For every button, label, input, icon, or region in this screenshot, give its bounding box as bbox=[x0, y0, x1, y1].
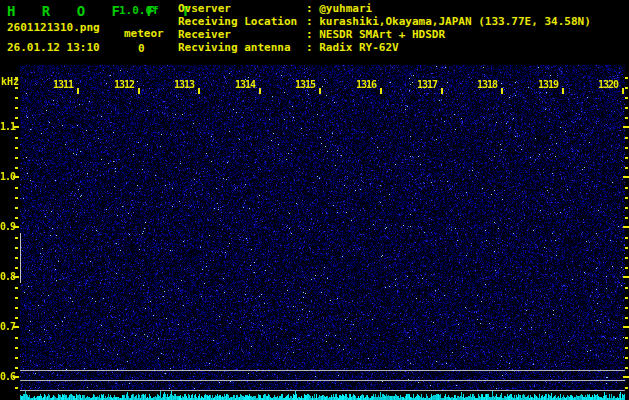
y-tick-label: 0.7 bbox=[0, 321, 14, 332]
y-minor-tick-left bbox=[15, 117, 18, 119]
y-minor-tick-left bbox=[15, 77, 18, 79]
y-minor-tick-left bbox=[15, 97, 18, 99]
y-minor-tick-right bbox=[625, 187, 628, 189]
x-tick-mark bbox=[501, 88, 503, 94]
y-minor-tick-left bbox=[15, 157, 18, 159]
y-minor-tick-right bbox=[625, 297, 628, 299]
y-minor-tick-left bbox=[15, 137, 18, 139]
y-minor-tick-right bbox=[625, 257, 628, 259]
y-minor-tick-right bbox=[625, 267, 628, 269]
y-minor-tick-right bbox=[625, 147, 628, 149]
y-major-tick-right bbox=[623, 326, 629, 328]
info-value: : Radix RY-62V bbox=[306, 41, 399, 54]
info-label: Ovserver bbox=[178, 2, 306, 15]
y-minor-tick-left bbox=[15, 257, 18, 259]
observer-info-row: Ovserver: @yuhmari bbox=[178, 2, 591, 15]
y-minor-tick-left bbox=[15, 187, 18, 189]
y-major-tick-right bbox=[623, 176, 629, 178]
y-major-tick-left bbox=[13, 126, 19, 128]
info-label: Receiver bbox=[178, 28, 306, 41]
y-major-tick-left bbox=[13, 226, 19, 228]
y-minor-tick-left bbox=[15, 267, 18, 269]
y-major-tick-left bbox=[13, 176, 19, 178]
y-minor-tick-right bbox=[625, 207, 628, 209]
y-minor-tick-right bbox=[625, 237, 628, 239]
y-minor-tick-right bbox=[625, 347, 628, 349]
reference-line-2 bbox=[20, 380, 625, 381]
x-tick-mark bbox=[198, 88, 200, 94]
observer-info-block: Ovserver: @yuhmariReceiving Location: ku… bbox=[178, 2, 591, 54]
observer-info-row: Receiving Location: kurashiki,Okayama,JA… bbox=[178, 15, 591, 28]
y-minor-tick-left bbox=[15, 167, 18, 169]
y-minor-tick-left bbox=[15, 367, 18, 369]
y-major-tick-right bbox=[623, 126, 629, 128]
x-tick-label: 1312 bbox=[114, 79, 134, 90]
y-minor-tick-left bbox=[15, 337, 18, 339]
info-label: Receiving Location bbox=[178, 15, 306, 28]
y-minor-tick-right bbox=[625, 87, 628, 89]
y-major-tick-left bbox=[13, 276, 19, 278]
spectrogram-canvas bbox=[20, 65, 625, 400]
x-tick-label: 1318 bbox=[477, 79, 497, 90]
info-label: Recviving antenna bbox=[178, 41, 306, 54]
y-minor-tick-right bbox=[625, 247, 628, 249]
x-tick-mark bbox=[77, 88, 79, 94]
y-minor-tick-right bbox=[625, 337, 628, 339]
y-minor-tick-right bbox=[625, 287, 628, 289]
y-tick-label: 0.6 bbox=[0, 371, 14, 382]
y-minor-tick-right bbox=[625, 107, 628, 109]
y-tick-label: 1.1 bbox=[0, 121, 14, 132]
meteor-count-label: meteor bbox=[124, 27, 164, 40]
y-minor-tick-right bbox=[625, 117, 628, 119]
x-tick-mark bbox=[562, 88, 564, 94]
y-minor-tick-left bbox=[15, 217, 18, 219]
x-tick-label: 1314 bbox=[235, 79, 255, 90]
y-minor-tick-left bbox=[15, 347, 18, 349]
y-minor-tick-right bbox=[625, 77, 628, 79]
x-tick-label: 1315 bbox=[295, 79, 315, 90]
x-tick-mark bbox=[138, 88, 140, 94]
y-minor-tick-left bbox=[15, 247, 18, 249]
y-minor-tick-left bbox=[15, 207, 18, 209]
y-major-tick-left bbox=[13, 376, 19, 378]
y-minor-tick-right bbox=[625, 367, 628, 369]
y-minor-tick-left bbox=[15, 307, 18, 309]
y-minor-tick-left bbox=[15, 357, 18, 359]
y-minor-tick-left bbox=[15, 387, 18, 389]
info-value: : kurashiki,Okayama,JAPAN (133.77E, 34.5… bbox=[306, 15, 591, 28]
reference-line-3 bbox=[20, 390, 625, 391]
y-minor-tick-right bbox=[625, 97, 628, 99]
x-tick-label: 1311 bbox=[53, 79, 73, 90]
y-minor-tick-left bbox=[15, 317, 18, 319]
x-tick-mark bbox=[622, 88, 624, 94]
y-minor-tick-left bbox=[15, 197, 18, 199]
hrofft-screen: H R O F F T 1.0.0f 2601121310.png meteor… bbox=[0, 0, 629, 400]
y-minor-tick-left bbox=[15, 87, 18, 89]
y-major-tick-right bbox=[623, 376, 629, 378]
y-major-tick-left bbox=[13, 326, 19, 328]
scale-marker-line bbox=[20, 233, 21, 283]
x-tick-label: 1313 bbox=[174, 79, 194, 90]
y-minor-tick-left bbox=[15, 147, 18, 149]
y-minor-tick-right bbox=[625, 387, 628, 389]
reference-line-1 bbox=[20, 370, 625, 371]
y-minor-tick-left bbox=[15, 237, 18, 239]
y-tick-label: 0.8 bbox=[0, 271, 14, 282]
x-tick-label: 1316 bbox=[356, 79, 376, 90]
x-tick-mark bbox=[380, 88, 382, 94]
y-minor-tick-right bbox=[625, 357, 628, 359]
y-tick-label: 0.9 bbox=[0, 221, 14, 232]
y-minor-tick-right bbox=[625, 317, 628, 319]
y-major-tick-right bbox=[623, 226, 629, 228]
x-tick-mark bbox=[319, 88, 321, 94]
y-minor-tick-left bbox=[15, 287, 18, 289]
y-minor-tick-right bbox=[625, 197, 628, 199]
x-tick-mark bbox=[441, 88, 443, 94]
file-name: 2601121310.png bbox=[7, 21, 100, 34]
y-major-tick-right bbox=[623, 276, 629, 278]
app-version: 1.0.0f bbox=[119, 4, 159, 17]
meteor-count-value: 0 bbox=[138, 42, 145, 55]
file-datetime: 26.01.12 13:10 bbox=[7, 41, 100, 54]
x-tick-label: 1319 bbox=[538, 79, 558, 90]
y-minor-tick-right bbox=[625, 167, 628, 169]
